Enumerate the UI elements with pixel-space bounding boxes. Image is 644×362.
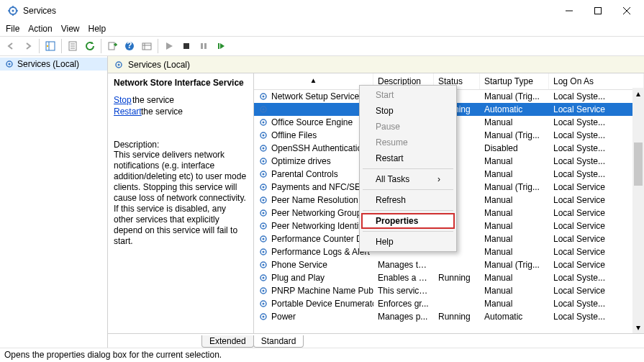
status-bar: Opens the properties dialog box for the …: [0, 348, 644, 362]
menu-action[interactable]: Action: [28, 24, 52, 34]
service-logon-cell: Local Service: [549, 182, 644, 192]
forward-button[interactable]: [20, 38, 36, 54]
service-name-cell: Portable Device Enumerator...: [271, 299, 373, 309]
tab-standard[interactable]: Standard: [253, 335, 304, 348]
ctx-stop[interactable]: Stop: [361, 103, 455, 119]
service-logon-cell: Local Service: [549, 247, 644, 257]
col-name[interactable]: ▲: [254, 73, 373, 89]
gear-icon: [258, 208, 268, 218]
service-name-cell: Offline Files: [271, 130, 317, 140]
context-menu: Start Stop Pause Resume Restart All Task…: [359, 85, 457, 252]
svg-point-34: [263, 109, 265, 111]
ctx-all-tasks[interactable]: All Tasks: [361, 171, 455, 187]
export-button[interactable]: [104, 38, 120, 54]
service-status-cell: Running: [434, 273, 480, 283]
window-title: Services: [23, 6, 56, 16]
gear-icon: [258, 286, 268, 296]
service-startup-cell: Manual: [480, 117, 549, 127]
description-text: This service delivers network notificati…: [114, 150, 248, 247]
gear-icon: [258, 195, 268, 205]
restart-service-button[interactable]: [213, 38, 229, 54]
help-button[interactable]: ?: [122, 38, 137, 54]
svg-text:?: ?: [127, 41, 132, 50]
service-name-cell: Network Setup Service: [271, 91, 359, 101]
table-row[interactable]: Phone ServiceManages th...Manual (Trig..…: [254, 258, 644, 271]
gear-icon: [4, 59, 14, 69]
filter-button[interactable]: [139, 38, 155, 54]
service-logon-cell: Local Syste...: [549, 273, 644, 283]
service-startup-cell: Manual: [480, 286, 549, 296]
ctx-pause[interactable]: Pause: [361, 119, 455, 135]
menu-file[interactable]: File: [6, 24, 19, 34]
menu-bar: File Action View Help: [0, 22, 644, 36]
navigation-tree: Services (Local): [0, 56, 108, 348]
service-name-cell: Parental Controls: [271, 169, 338, 179]
view-tabs: Extended Standard: [108, 333, 644, 348]
gear-icon: [258, 143, 268, 153]
service-desc-cell: Manages th...: [373, 260, 434, 270]
ctx-properties[interactable]: Properties: [361, 213, 455, 229]
selected-service-name: Network Store Interface Service: [114, 78, 248, 88]
table-row[interactable]: PNRP Machine Name Publi...This service .…: [254, 284, 644, 297]
svg-point-58: [263, 264, 265, 266]
nav-label: Services (Local): [17, 59, 79, 69]
service-startup-cell: Manual: [480, 169, 549, 179]
table-row[interactable]: Portable Device Enumerator...Enforces gr…: [254, 297, 644, 310]
svg-point-54: [263, 238, 265, 240]
scroll-thumb[interactable]: [634, 142, 643, 186]
ctx-refresh[interactable]: Refresh: [361, 192, 455, 208]
service-desc-cell: Manages p...: [373, 312, 434, 322]
table-row[interactable]: PowerManages p...RunningAutomaticLocal S…: [254, 310, 644, 323]
svg-point-56: [263, 251, 265, 253]
service-name-cell: Performance Logs & Alert: [271, 247, 370, 257]
service-logon-cell: Local Syste...: [549, 91, 644, 101]
content-area: Services (Local) Services (Local) Networ…: [0, 56, 644, 348]
scroll-down-icon[interactable]: ▾: [632, 322, 644, 333]
nav-services-local[interactable]: Services (Local): [0, 58, 107, 71]
close-button[interactable]: [612, 1, 641, 21]
service-startup-cell: Manual: [480, 208, 549, 218]
vertical-scrollbar[interactable]: ▴ ▾: [632, 88, 644, 333]
ctx-restart[interactable]: Restart: [361, 150, 455, 166]
service-logon-cell: Local Service: [549, 286, 644, 296]
ctx-start[interactable]: Start: [361, 87, 455, 103]
toolbar: ?: [0, 36, 644, 56]
start-service-button[interactable]: [161, 38, 177, 54]
gear-icon: [258, 104, 268, 114]
service-logon-cell: Local Service: [549, 208, 644, 218]
back-button[interactable]: [3, 38, 19, 54]
service-startup-cell: Manual: [480, 195, 549, 205]
service-status-cell: Running: [434, 312, 480, 322]
svg-point-50: [263, 212, 265, 214]
tab-extended[interactable]: Extended: [201, 335, 254, 348]
menu-help[interactable]: Help: [89, 24, 106, 34]
pause-service-button[interactable]: [196, 38, 212, 54]
properties-button[interactable]: [65, 38, 81, 54]
col-startup[interactable]: Startup Type: [480, 73, 549, 89]
service-logon-cell: Local Service: [549, 234, 644, 244]
col-logon[interactable]: Log On As: [549, 73, 644, 89]
svg-rect-20: [142, 43, 151, 50]
maximize-button[interactable]: [584, 1, 612, 21]
scroll-up-icon[interactable]: ▴: [632, 88, 644, 99]
refresh-button[interactable]: [82, 38, 98, 54]
ctx-help[interactable]: Help: [361, 234, 455, 250]
service-logon-cell: Local Service: [549, 195, 644, 205]
title-bar: Services: [0, 0, 644, 22]
ctx-resume[interactable]: Resume: [361, 135, 455, 150]
svg-point-62: [263, 290, 265, 292]
service-logon-cell: Local Syste...: [549, 117, 644, 127]
svg-rect-24: [201, 43, 203, 49]
minimize-button[interactable]: [555, 1, 584, 21]
show-hide-tree-button[interactable]: [42, 38, 58, 54]
service-startup-cell: Manual (Trig...: [480, 182, 549, 192]
table-row[interactable]: Plug and PlayEnables a c...RunningManual…: [254, 271, 644, 284]
gear-icon: [258, 273, 268, 283]
svg-point-30: [118, 63, 120, 65]
svg-point-1: [12, 10, 14, 12]
service-startup-cell: Manual: [480, 299, 549, 309]
menu-view[interactable]: View: [61, 24, 80, 34]
gear-icon: [258, 234, 268, 244]
stop-service-button[interactable]: [178, 38, 194, 54]
service-startup-cell: Manual (Trig...: [480, 91, 549, 101]
